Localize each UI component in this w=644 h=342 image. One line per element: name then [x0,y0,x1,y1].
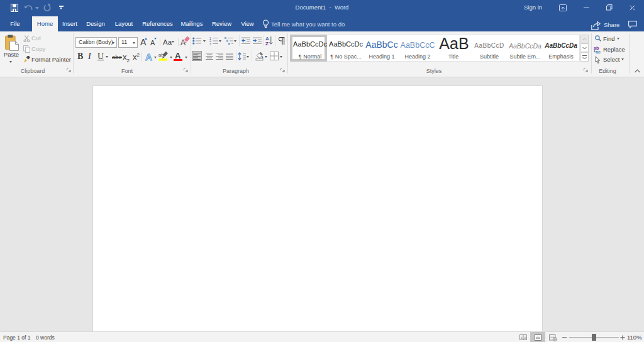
svg-text:3: 3 [209,42,211,46]
svg-text:Z: Z [265,41,269,45]
svg-text:ac: ac [596,50,601,53]
